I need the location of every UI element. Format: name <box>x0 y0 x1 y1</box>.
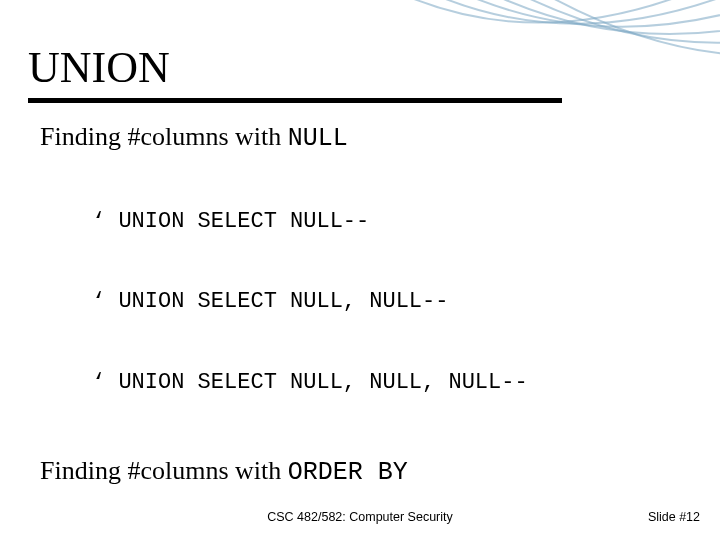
footer-slide-number: Slide #12 <box>648 510 700 524</box>
code-line: ‘ UNION SELECT NULL, NULL-- <box>92 289 690 316</box>
footer-course: CSC 482/582: Computer Security <box>267 510 453 524</box>
section1-heading-mono: NULL <box>288 124 348 153</box>
section2-heading-mono: ORDER BY <box>288 458 408 487</box>
footer: CSC 482/582: Computer Security Slide #12 <box>0 510 720 530</box>
section1-code: ‘ UNION SELECT NULL-- ‘ UNION SELECT NUL… <box>92 155 690 450</box>
code-line: ‘ UNION SELECT NULL-- <box>92 209 690 236</box>
code-line: ‘ UNION SELECT NULL, NULL, NULL-- <box>92 370 690 397</box>
section1-heading-text: Finding #columns with <box>40 122 288 151</box>
slide-body: Finding #columns with NULL ‘ UNION SELEC… <box>40 116 690 540</box>
title-underline <box>28 98 562 103</box>
section1-heading: Finding #columns with NULL <box>40 122 690 153</box>
section2-heading: Finding #columns with ORDER BY <box>40 456 690 487</box>
section2-heading-text: Finding #columns with <box>40 456 288 485</box>
slide-title: UNION <box>28 42 170 93</box>
header-decoration <box>360 0 720 70</box>
